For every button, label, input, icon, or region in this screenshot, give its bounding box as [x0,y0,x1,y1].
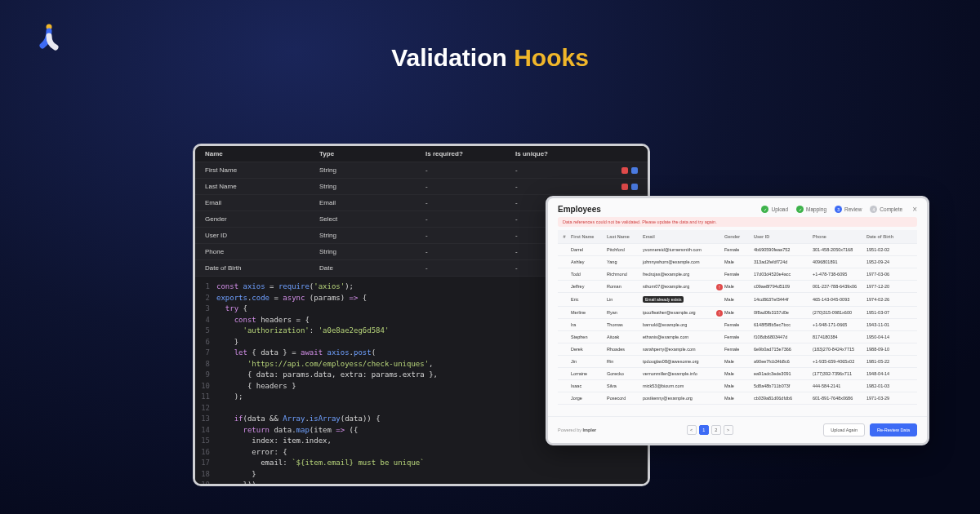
page-title: Validation Hooks [0,44,980,72]
edit-icon[interactable] [631,184,638,190]
schema-cell-name: Email [205,199,319,206]
step-upload: ✓Upload [761,206,788,213]
delete-icon[interactable] [621,184,628,190]
pagination: < 12 > [687,425,733,435]
schema-cell-required: - [425,215,515,223]
error-badge-icon: ! [716,284,723,290]
line-number: 15 [198,436,216,447]
col-header-type: Type [319,150,425,157]
step-complete: 4Complete [870,206,902,213]
line-number: 8 [198,359,216,370]
schema-cell-type: Select [319,215,425,223]
step-dot: ✓ [796,206,804,213]
schema-cell-required: - [425,166,515,174]
schema-row[interactable]: First NameString-- [195,162,648,179]
schema-cell-type: String [319,248,425,255]
schema-header-row: Name Type Is required? Is unique? [195,146,648,162]
warning-banner: Data references could not be validated. … [558,217,917,227]
line-number: 4 [198,315,216,326]
schema-cell-type: Email [319,199,425,206]
re-review-button[interactable]: Re-Review Data [870,423,917,436]
step-dot: 3 [835,206,842,213]
schema-cell-required: - [425,264,515,272]
line-number: 13 [198,414,216,425]
edit-icon[interactable] [631,167,638,174]
col-header-name: Name [205,150,319,157]
step-dot: ✓ [761,206,768,213]
schema-cell-type: Date [319,264,425,272]
page-number[interactable]: 1 [699,425,709,435]
title-part-a: Validation [391,44,507,71]
step-review: 3Review [835,206,862,213]
upload-again-button[interactable]: Upload Again [823,423,865,436]
line-number: 3 [198,304,216,315]
line-number: 5 [198,326,216,337]
schema-cell-required: - [425,183,515,190]
line-number: 19 [198,480,216,486]
table-row[interactable]: StephenAitoakethanis@example.comFemalef1… [558,331,917,343]
schema-cell-name: User ID [205,232,319,239]
line-number: 17 [198,458,216,469]
table-row[interactable]: DerekRhoadessarahperry@example.comFemale… [558,343,917,356]
schema-cell-type: String [319,166,425,174]
employees-panel: Employees ✓Upload✓Mapping3Review4Complet… [546,196,929,445]
table-row[interactable]: DarrelPitchfordyvonnereid@turnersmith.co… [558,244,917,256]
line-number: 10 [198,381,216,392]
col-header-required: Is required? [425,150,515,157]
table-row[interactable]: IraThomasbarnold@example.orgFemale6148f5… [558,319,917,331]
delete-icon[interactable] [621,167,628,174]
step-mapping: ✓Mapping [796,206,826,213]
schema-row[interactable]: Last NameString-- [195,179,648,195]
page-next[interactable]: > [724,425,733,435]
powered-by: Powered by Impler [558,428,596,432]
page-prev[interactable]: < [687,425,697,435]
line-number: 9 [198,370,216,381]
line-number: 11 [198,392,216,403]
table-row[interactable]: JinRintpdouglas08@awesome.orgMalea90ee7f… [558,356,917,368]
employees-title: Employees [558,205,601,214]
line-number: 12 [198,403,216,414]
stepper: ✓Upload✓Mapping3Review4Complete [761,206,902,213]
schema-cell-unique: - [515,166,615,174]
line-number: 1 [198,281,216,293]
close-icon[interactable]: × [912,205,917,214]
line-number: 7 [198,348,216,359]
title-part-b: Hooks [514,44,589,71]
table-row[interactable]: JorgePosecordpostkenny@example.orgMalecb… [558,392,917,405]
line-number: 14 [198,425,216,436]
error-tooltip: Email already exists [643,296,684,303]
schema-cell-required: - [425,232,515,239]
schema-cell-name: Phone [205,248,319,255]
table-row[interactable]: LorraineGoreckovernonmiller@example.info… [558,368,917,380]
line-number: 18 [198,469,216,481]
employees-table-header: # First Name Last Name Email Gender User… [558,230,917,244]
schema-cell-unique: - [515,183,615,190]
line-number: 2 [198,293,216,304]
page-number[interactable]: 2 [711,425,721,435]
table-row[interactable]: EricLinEmail already existsMale14cd8637e… [558,293,917,307]
schema-cell-name: Date of Birth [205,264,319,272]
table-row[interactable]: ToddRichmondfredrojas@example.orgFemale1… [558,268,917,281]
schema-cell-name: Last Name [205,183,319,190]
schema-cell-name: First Name [205,166,319,174]
table-row[interactable]: AshleyYangjohnnywhorn@example.comMale313… [558,256,917,268]
schema-cell-type: String [319,232,425,239]
table-row[interactable]: MerlineRyanipoolfeather@example.org!Male… [558,307,917,319]
line-number: 16 [198,447,216,459]
table-row[interactable]: IsaacSilvamick53@biourn.comMale5d8a48b71… [558,380,917,392]
schema-cell-required: - [425,199,515,206]
error-badge-icon: ! [716,310,723,317]
schema-cell-required: - [425,248,515,255]
table-row[interactable]: JeffreyRomansthorn07@example.org!Malec09… [558,281,917,293]
schema-cell-type: String [319,183,425,190]
step-dot: 4 [870,206,877,213]
col-header-unique: Is unique? [515,150,615,157]
schema-cell-name: Gender [205,215,319,223]
line-number: 6 [198,337,216,348]
